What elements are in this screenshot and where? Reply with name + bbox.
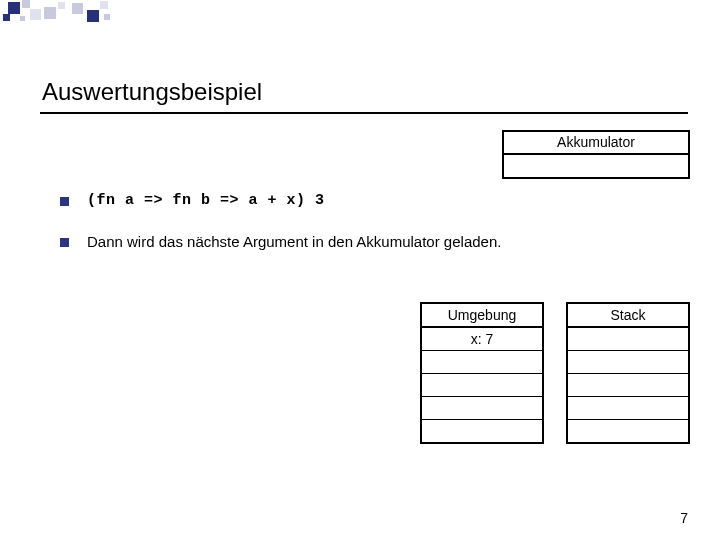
accumulator-box: Akkumulator bbox=[502, 130, 690, 179]
list-item: Dann wird das nächste Argument in den Ak… bbox=[60, 233, 690, 250]
slide-decoration bbox=[0, 0, 220, 32]
table-row bbox=[568, 397, 688, 420]
stack-table: Stack bbox=[566, 302, 690, 444]
table-row bbox=[568, 420, 688, 442]
table-row bbox=[422, 374, 542, 397]
slide-title: Auswertungsbeispiel bbox=[42, 78, 692, 106]
bullet-icon bbox=[60, 197, 69, 206]
slide-header: Auswertungsbeispiel bbox=[42, 78, 692, 114]
environment-label: Umgebung bbox=[422, 304, 542, 328]
table-row: x: 7 bbox=[422, 328, 542, 351]
list-item: (fn a => fn b => a + x) 3 bbox=[60, 192, 690, 209]
bullet-icon bbox=[60, 238, 69, 247]
table-row bbox=[568, 328, 688, 351]
table-row bbox=[422, 420, 542, 442]
accumulator-value bbox=[504, 155, 688, 177]
accumulator-label: Akkumulator bbox=[504, 132, 688, 155]
description-text: Dann wird das nächste Argument in den Ak… bbox=[87, 233, 501, 250]
table-row bbox=[422, 351, 542, 374]
table-row bbox=[422, 397, 542, 420]
bullet-list: (fn a => fn b => a + x) 3 Dann wird das … bbox=[60, 192, 690, 274]
title-underline bbox=[40, 112, 688, 114]
environment-table: Umgebung x: 7 bbox=[420, 302, 544, 444]
tables-area: Umgebung x: 7 Stack bbox=[420, 302, 690, 444]
table-row bbox=[568, 374, 688, 397]
stack-label: Stack bbox=[568, 304, 688, 328]
table-row bbox=[568, 351, 688, 374]
code-expression: (fn a => fn b => a + x) 3 bbox=[87, 192, 325, 209]
page-number: 7 bbox=[680, 510, 688, 526]
